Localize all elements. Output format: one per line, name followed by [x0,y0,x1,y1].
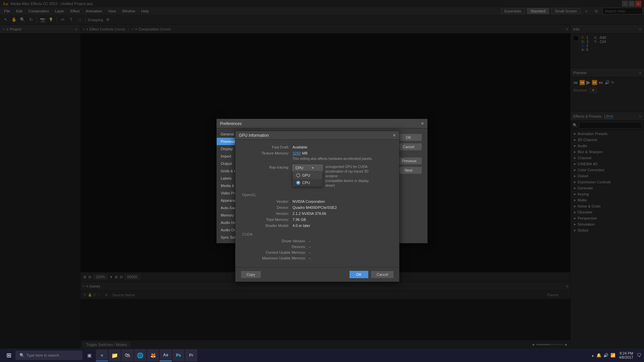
dropdown-item-gpu-label: GPU [302,173,310,177]
dialog-overlay: Preferences × General Previews Display I… [0,0,644,362]
fast-draft-value: Available [292,145,307,149]
radio-gpu [296,173,300,177]
taskbar-app-store[interactable]: 🛍 [121,349,133,361]
opengl-section-title: OpenGL [242,193,392,197]
max-usable-memory-row: Maximum Usable Memory: - [242,256,392,260]
ray-tracing-current-value: CPU [296,166,303,170]
texture-memory-unit: MB [302,151,308,155]
gpu-close-button[interactable]: × [393,132,396,138]
texture-memory-note-row: This setting also affects hardware-accel… [242,157,392,161]
radio-cpu [296,181,300,185]
current-usable-memory-value: - [309,250,311,254]
taskbar-app-photoshop[interactable]: Ps [172,349,184,361]
total-memory-label: Total Memory: [242,218,289,222]
driver-version-value: - [309,239,311,243]
search-bar[interactable]: 🔍 Type here to search [15,351,83,360]
devices-value: - [309,245,311,249]
device-value: Quadro M4000/PCIe/SSE2 [292,205,337,209]
gpu-ok-button[interactable]: OK [350,271,368,278]
clock-time: 9:24 PM [619,351,633,355]
version-value: 2.1.2 NVIDIA 378.66 [292,212,326,216]
ray-tracing-warning-area: unsupported GPU for CUDA acceleration of… [325,165,379,188]
texture-memory-row: Texture Memory: 3260 MB [242,151,392,155]
dropdown-item-cpu[interactable]: CPU [293,179,322,186]
app-window: Ae Adobe After Effects CC 2015 - Untitle… [0,0,644,362]
taskbar-clock[interactable]: 9:24 PM 4/8/2017 [618,351,635,359]
devices-label: Devices: [242,245,306,249]
total-memory-value: 7.96 GB [292,218,306,222]
search-icon: 🔍 [19,353,24,358]
gpu-action-buttons: OK Cancel [350,271,394,278]
device-row: Device: Quadro M4000/PCIe/SSE2 [242,205,392,209]
tray-icon-1: 🔔 [596,353,601,358]
search-placeholder: Type here to search [26,353,59,357]
task-view-button[interactable]: ▣ [83,349,95,361]
shader-model-row: Shader Model: 4.0 or later [242,224,392,228]
tray-icon-3: 📶 [610,353,615,358]
taskbar: ⊞ 🔍 Type here to search ▣ e 📁 🛍 🌐 🦊 Ae P… [0,349,644,362]
device-label: Device: [242,205,289,209]
prefs-titlebar: Preferences × [217,119,427,128]
ray-tracing-warning: unsupported GPU for CUDA acceleration of… [325,165,368,178]
taskbar-app-premiere[interactable]: Pr [185,349,197,361]
max-usable-memory-value: - [309,256,311,260]
clock-date: 4/8/2017 [619,355,633,359]
texture-memory-note: This setting also affects hardware-accel… [292,157,373,161]
notification-button[interactable]: 🗨 [637,353,641,358]
start-button[interactable]: ⊞ [3,349,15,361]
ray-tracing-label: Ray-tracing: [242,165,289,169]
version-label: Version: [242,212,289,216]
gpu-dialog: GPU Information × Fast Draft: Available … [235,131,399,282]
gpu-footer: Copy OK Cancel [235,267,399,282]
gpu-body: Fast Draft: Available Texture Memory: 32… [235,140,399,267]
gpu-titlebar: GPU Information × [235,131,399,140]
fast-draft-row: Fast Draft: Available [242,145,392,149]
tray-up-arrow[interactable]: ▲ [591,354,594,357]
vendor-row: Vendor: NVIDIA Corporation [242,199,392,203]
dropdown-item-gpu[interactable]: GPU [293,172,322,179]
vendor-value: NVIDIA Corporation [292,199,325,203]
prefs-title: Preferences [220,121,242,126]
driver-version-row: Driver Version: - [242,239,392,243]
preferences-dialog: Preferences × General Previews Display I… [216,119,428,243]
gpu-copy-button[interactable]: Copy [241,271,261,278]
tray-icon-2: 🔊 [603,353,608,358]
ray-tracing-select[interactable]: CPU ▼ [292,165,323,171]
texture-memory-label: Texture Memory: [242,151,289,155]
vendor-label: Vendor: [242,199,289,203]
taskbar-app-edge[interactable]: e [96,349,108,361]
cuda-section-title: CUDA [242,232,392,236]
texture-memory-value: 3260 [292,151,301,155]
fast-draft-label: Fast Draft: [242,145,289,149]
devices-row: Devices: - [242,245,392,249]
shader-model-label: Shader Model: [242,224,289,228]
taskbar-app-explorer[interactable]: 📁 [109,349,121,361]
current-usable-memory-label: Current Usable Memory: [242,250,306,254]
taskbar-app-aftereffects[interactable]: Ae [160,349,172,361]
current-usable-memory-row: Current Usable Memory: - [242,250,392,254]
system-tray: ▲ 🔔 🔊 📶 9:24 PM 4/8/2017 🗨 [591,351,641,359]
total-memory-row: Total Memory: 7.96 GB [242,218,392,222]
driver-version-label: Driver Version: [242,239,306,243]
dropdown-item-cpu-label: CPU [302,181,310,185]
taskbar-app-chrome[interactable]: 🌐 [134,349,146,361]
prefs-close-button[interactable]: × [421,121,424,127]
taskbar-app-firefox[interactable]: 🦊 [147,349,159,361]
gpu-title: GPU Information [239,133,269,138]
ray-tracing-note-text: compatible device or display driver) [325,179,369,187]
ray-tracing-row: Ray-tracing: CPU ▼ GPU [242,165,392,188]
ray-tracing-dropdown-menu: GPU CPU [292,171,323,187]
shader-model-value: 4.0 or later [292,224,310,228]
max-usable-memory-label: Maximum Usable Memory: [242,256,306,260]
dropdown-arrow-icon: ▼ [311,166,314,170]
version-row: Version: 2.1.2 NVIDIA 378.66 [242,212,392,216]
ray-tracing-dropdown-container: CPU ▼ GPU [292,165,323,171]
gpu-cancel-button[interactable]: Cancel [371,271,394,278]
